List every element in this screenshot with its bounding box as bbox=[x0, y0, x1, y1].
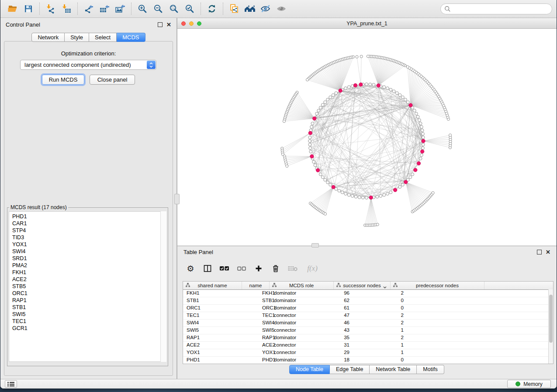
column-header-name[interactable]: name bbox=[242, 282, 270, 289]
mcds-result-list[interactable]: PHD1CAR1STP4TID3YOX1SWI4SRD1PMA2FKH1ACE2… bbox=[9, 211, 166, 362]
cell-shared_name: STB1 bbox=[183, 297, 242, 304]
mcds-result-item[interactable]: GCR1 bbox=[9, 325, 166, 332]
close-traffic-light[interactable] bbox=[181, 21, 186, 26]
mcds-result-item[interactable]: STP4 bbox=[9, 227, 166, 234]
open-session-icon[interactable] bbox=[5, 2, 21, 16]
mcds-result-item[interactable]: CAR1 bbox=[9, 220, 166, 227]
table-row[interactable]: SWI4SWI4dominator462 bbox=[183, 320, 553, 327]
show-panels-list-button[interactable] bbox=[5, 380, 17, 388]
table-row[interactable]: SWI5SWI5connector431 bbox=[183, 327, 553, 334]
table-scrollbar[interactable] bbox=[548, 289, 553, 364]
column-header-successor-nodes[interactable]: successor nodes bbox=[334, 282, 391, 289]
delete-table-icon-disabled bbox=[287, 263, 298, 274]
refresh-icon[interactable] bbox=[204, 2, 220, 16]
cell-predecessor_nodes: 0 bbox=[391, 305, 484, 312]
export-table-icon[interactable] bbox=[97, 2, 112, 16]
cell-predecessor_nodes: 0 bbox=[391, 357, 484, 364]
hide-selected-icon[interactable] bbox=[258, 2, 273, 16]
tab-network-table[interactable]: Network Table bbox=[370, 365, 417, 374]
table-panel-tabs: Node TableEdge TableNetwork TableMotifs bbox=[289, 365, 444, 374]
mcds-result-item[interactable]: SWI4 bbox=[9, 248, 166, 255]
hierarchy-icon bbox=[393, 283, 398, 288]
mcds-result-item[interactable]: RAP1 bbox=[9, 297, 166, 304]
memory-label: Memory bbox=[523, 381, 542, 387]
run-mcds-button[interactable]: Run MCDS bbox=[42, 75, 84, 85]
mcds-result-item[interactable]: YOX1 bbox=[9, 241, 166, 248]
cell-predecessor_nodes: 0 bbox=[391, 297, 484, 304]
import-table-icon[interactable] bbox=[59, 2, 74, 16]
add-column-icon[interactable] bbox=[253, 263, 264, 274]
close-icon[interactable]: ✕ bbox=[546, 249, 550, 255]
optimization-criterion-select[interactable]: largest connected component (undirected) bbox=[20, 60, 156, 70]
tab-select[interactable]: Select bbox=[89, 33, 117, 42]
show-columns-icon[interactable] bbox=[202, 263, 213, 274]
first-neighbors-icon[interactable] bbox=[242, 2, 258, 16]
table-row[interactable]: FKH1FKH1dominator962 bbox=[183, 290, 553, 297]
table-row[interactable]: TEC1TEC1connector472 bbox=[183, 312, 553, 320]
delete-column-icon[interactable] bbox=[270, 263, 281, 274]
network-window-titlebar[interactable]: YPA_prune.txt_1 bbox=[177, 19, 557, 29]
duplicate-network-icon[interactable] bbox=[226, 2, 242, 16]
column-header-mcds-role[interactable]: MCDS role bbox=[270, 282, 334, 289]
table-settings-gear-icon[interactable]: ⚙ bbox=[185, 263, 196, 274]
tab-motifs[interactable]: Motifs bbox=[417, 365, 444, 374]
table-panel-header: Table Panel ✕ bbox=[177, 246, 557, 258]
show-all-icon[interactable] bbox=[273, 2, 289, 16]
cell-mcds_role: dominator bbox=[270, 297, 334, 304]
table-row[interactable]: RAP1RAP1dominator352 bbox=[183, 334, 553, 342]
hierarchy-icon bbox=[272, 283, 277, 288]
sort-desc-icon[interactable] bbox=[383, 284, 387, 289]
table-row[interactable]: PHD1PHD1dominator180 bbox=[183, 357, 553, 364]
mcds-result-item[interactable]: STB5 bbox=[9, 283, 166, 290]
close-icon[interactable]: ✕ bbox=[166, 22, 171, 28]
tab-style[interactable]: Style bbox=[65, 33, 89, 42]
close-panel-button[interactable]: Close panel bbox=[90, 75, 135, 85]
zoom-in-icon[interactable] bbox=[135, 2, 150, 16]
table-row[interactable]: ACE2ACE2connector311 bbox=[183, 342, 553, 349]
export-image-icon[interactable] bbox=[112, 2, 128, 16]
maximize-traffic-light[interactable] bbox=[197, 21, 201, 26]
mcds-result-item[interactable]: TEC1 bbox=[9, 318, 166, 325]
minimize-traffic-light[interactable] bbox=[189, 21, 194, 26]
save-session-icon[interactable] bbox=[21, 2, 36, 16]
tab-edge-table[interactable]: Edge Table bbox=[330, 365, 370, 374]
network-canvas[interactable] bbox=[177, 29, 557, 245]
mcds-result-item[interactable]: ACE2 bbox=[9, 276, 166, 283]
search-box[interactable] bbox=[440, 3, 552, 14]
mcds-result-item[interactable]: PMA2 bbox=[9, 262, 166, 269]
table-scrollbar-thumb[interactable] bbox=[549, 295, 553, 343]
mcds-result-item[interactable]: SWI5 bbox=[9, 311, 166, 318]
memory-button[interactable]: Memory bbox=[507, 380, 551, 388]
unselect-all-columns-icon[interactable] bbox=[236, 263, 247, 274]
import-network-icon[interactable] bbox=[43, 2, 59, 16]
search-input[interactable] bbox=[451, 5, 548, 12]
zoom-fit-icon[interactable] bbox=[166, 2, 182, 16]
tab-network[interactable]: Network bbox=[31, 33, 65, 42]
cell-shared_name: ACE2 bbox=[183, 342, 242, 349]
vertical-splitter-handle[interactable] bbox=[174, 194, 180, 204]
horizontal-splitter-handle[interactable] bbox=[311, 243, 319, 248]
mcds-list-scrollbar[interactable] bbox=[160, 211, 166, 362]
zoom-out-icon[interactable] bbox=[150, 2, 166, 16]
float-icon[interactable] bbox=[158, 22, 163, 27]
cell-successor_nodes: 61 bbox=[334, 305, 391, 312]
mcds-result-item[interactable]: SRD1 bbox=[9, 255, 166, 262]
mcds-result-item[interactable]: STB1 bbox=[9, 304, 166, 311]
select-all-columns-icon[interactable] bbox=[219, 263, 230, 274]
cell-shared_name: ORC1 bbox=[183, 305, 242, 312]
mcds-result-item[interactable]: ORC1 bbox=[9, 290, 166, 297]
network-view-window: YPA_prune.txt_1 bbox=[177, 19, 557, 245]
tab-node-table[interactable]: Node Table bbox=[289, 365, 330, 374]
mcds-result-item[interactable]: PHD1 bbox=[9, 213, 166, 220]
mcds-result-item[interactable]: TID3 bbox=[9, 234, 166, 241]
float-icon[interactable] bbox=[537, 250, 542, 254]
export-network-icon[interactable] bbox=[81, 2, 97, 16]
table-row[interactable]: ORC1ORC1dominator610 bbox=[183, 305, 553, 312]
table-row[interactable]: YOX1YOX1connector291 bbox=[183, 349, 553, 357]
mcds-result-item[interactable]: FKH1 bbox=[9, 269, 166, 276]
table-row[interactable]: STB1STB1dominator620 bbox=[183, 297, 553, 305]
column-header-predecessor-nodes[interactable]: predecessor nodes bbox=[391, 282, 484, 289]
tab-mcds[interactable]: MCDS bbox=[117, 33, 145, 42]
zoom-selected-icon[interactable] bbox=[182, 2, 197, 16]
column-header-shared-name[interactable]: shared name bbox=[183, 282, 242, 289]
